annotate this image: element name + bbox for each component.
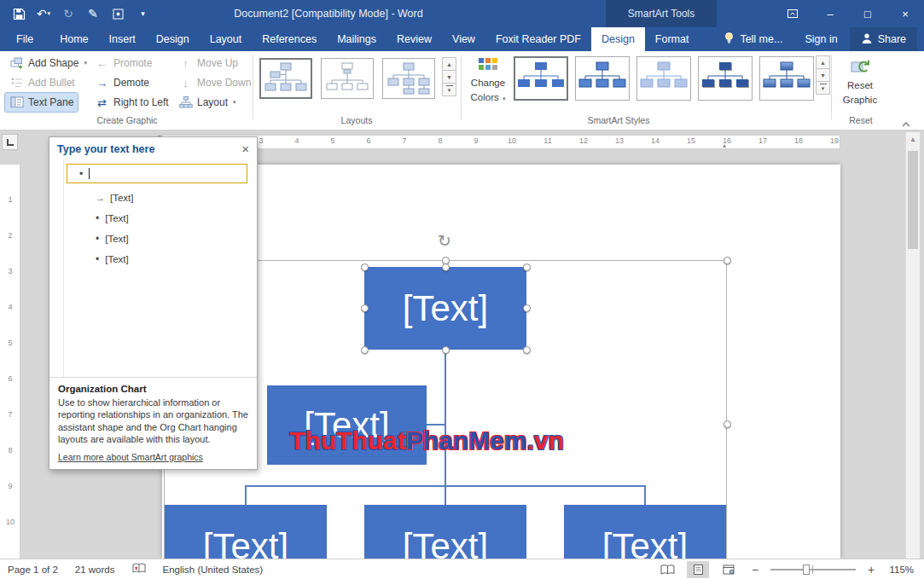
smartart-style-thumbnail-5[interactable]: [759, 56, 814, 101]
smartart-style-thumbnail-3[interactable]: [636, 56, 691, 101]
language-indicator[interactable]: English (United States): [163, 565, 264, 575]
close-icon[interactable]: ×: [241, 142, 249, 156]
scrollbar-thumb[interactable]: [908, 151, 918, 249]
add-shape-button[interactable]: Add Shape ▾: [5, 54, 91, 72]
minimize-icon[interactable]: –: [811, 0, 849, 27]
layout-label: Layout: [197, 96, 228, 108]
right-to-left-button[interactable]: ⇄ Right to Left: [90, 93, 173, 112]
shape-resize-handle[interactable]: [523, 304, 531, 312]
tell-me[interactable]: Tell me...: [713, 27, 793, 51]
text-pane-item[interactable]: • [Text]: [96, 251, 129, 268]
layout-button[interactable]: Layout ▾: [174, 93, 241, 112]
text-pane-button[interactable]: Text Pane: [5, 93, 78, 112]
smartart-style-thumbnail-2[interactable]: [575, 56, 630, 101]
vertical-scrollbar[interactable]: ▲: [905, 132, 920, 559]
shape-resize-handle[interactable]: [523, 263, 531, 271]
close-icon[interactable]: ×: [886, 0, 924, 27]
shape-resize-handle[interactable]: [442, 346, 450, 354]
text-pane-item-selected[interactable]: •: [67, 164, 247, 183]
tab-file[interactable]: File: [0, 27, 49, 51]
frame-resize-handle[interactable]: [724, 257, 731, 264]
shape-resize-handle[interactable]: [523, 346, 531, 354]
learn-more-link[interactable]: Learn more about SmartArt graphics: [58, 452, 203, 462]
shape-resize-handle[interactable]: [361, 263, 369, 271]
word-count[interactable]: 21 words: [75, 565, 115, 575]
rotation-handle-icon[interactable]: ↻: [438, 231, 451, 251]
demote-button[interactable]: → Demote: [90, 73, 154, 92]
smartart-shape-top[interactable]: [Text]: [364, 267, 526, 350]
web-layout-icon[interactable]: [718, 561, 740, 578]
vertical-ruler[interactable]: 1 2 3 4 5 6 7 8 9 10: [0, 165, 20, 559]
tab-layout[interactable]: Layout: [200, 27, 253, 51]
customize-qat-icon[interactable]: ▾: [134, 4, 151, 23]
tab-foxit-reader-pdf[interactable]: Foxit Reader PDF: [485, 27, 591, 51]
promote-button[interactable]: ← Promote: [90, 54, 156, 72]
print-layout-icon[interactable]: [687, 561, 709, 578]
layout-thumbnail-half-circle-org-chart[interactable]: [382, 58, 435, 99]
ruler-number: 11: [542, 136, 554, 145]
bullet-icon: •: [96, 212, 99, 224]
tab-references[interactable]: References: [252, 27, 327, 51]
shape-resize-handle[interactable]: [361, 304, 369, 312]
pen-icon[interactable]: ✎: [84, 4, 102, 23]
ribbon-display-options-icon[interactable]: [774, 0, 811, 27]
smartart-style-thumbnail-1[interactable]: [514, 56, 568, 101]
zoom-slider[interactable]: [770, 561, 856, 578]
tab-mailings[interactable]: Mailings: [327, 27, 386, 51]
smartart-shape-bottom-1[interactable]: [Text]: [165, 505, 327, 559]
tab-review[interactable]: Review: [386, 27, 442, 51]
tab-home[interactable]: Home: [49, 27, 98, 51]
gallery-more-icon[interactable]: ▾: [442, 83, 456, 96]
layout-thumbnail-org-chart[interactable]: [259, 58, 312, 99]
gallery-scroll-down-icon[interactable]: ▼: [442, 70, 456, 84]
redo-icon[interactable]: ↻: [60, 4, 77, 23]
smartart-shape-bottom-2[interactable]: [Text]: [364, 505, 526, 559]
move-up-button[interactable]: ↑ Move Up: [174, 54, 242, 72]
text-pane-item[interactable]: • [Text]: [96, 210, 129, 227]
tab-view[interactable]: View: [442, 27, 485, 51]
scroll-up-icon[interactable]: ▲: [906, 132, 920, 147]
right-indent-marker[interactable]: ▴: [723, 142, 726, 149]
tab-design[interactable]: Design: [146, 27, 200, 51]
proofing-status-icon[interactable]: [132, 563, 146, 576]
smartart-style-thumbnail-4[interactable]: [698, 56, 753, 101]
text-pane-item[interactable]: • [Text]: [96, 230, 129, 247]
touch-mode-icon[interactable]: [109, 4, 126, 23]
zoom-out-icon[interactable]: −: [748, 563, 762, 576]
frame-resize-handle[interactable]: [724, 420, 731, 428]
tab-insert[interactable]: Insert: [99, 27, 146, 51]
smartart-shape-bottom-3[interactable]: [Text]: [564, 505, 726, 559]
read-mode-icon[interactable]: [656, 561, 678, 578]
add-bullet-button[interactable]: Add Bullet: [5, 73, 79, 92]
share-button[interactable]: Share: [850, 27, 917, 51]
collapse-ribbon-icon[interactable]: [901, 116, 911, 131]
shape-resize-handle[interactable]: [361, 346, 369, 354]
right-to-left-icon: ⇄: [95, 96, 109, 109]
shape-resize-handle[interactable]: [442, 263, 450, 271]
save-icon[interactable]: [10, 4, 27, 23]
layout-icon: [178, 96, 193, 109]
gallery-scroll-up-icon[interactable]: ▲: [816, 55, 830, 69]
zoom-level[interactable]: 115%: [886, 565, 914, 575]
tab-stop-selector[interactable]: [2, 134, 18, 150]
zoom-slider-track: [770, 569, 856, 570]
tab-smartart-design[interactable]: Design: [591, 27, 645, 51]
reset-graphic-button[interactable]: Reset Graphic: [835, 55, 885, 116]
smartart-tools-header: SmartArt Tools: [606, 0, 717, 27]
maximize-icon[interactable]: □: [849, 0, 886, 27]
status-bar: Page 1 of 2 21 words English (United Sta…: [0, 559, 924, 579]
layout-thumbnail-name-title-org-chart[interactable]: [321, 58, 374, 99]
zoom-in-icon[interactable]: +: [864, 563, 878, 576]
undo-icon[interactable]: ↶▾: [35, 4, 52, 23]
move-down-button[interactable]: ↓ Move Down: [174, 73, 255, 92]
sign-in[interactable]: Sign in: [793, 33, 849, 45]
gallery-scroll-down-icon[interactable]: ▼: [816, 68, 830, 82]
gallery-more-icon[interactable]: ▾: [816, 81, 830, 95]
gallery-scroll-up-icon[interactable]: ▲: [442, 57, 456, 71]
lightbulb-icon: [724, 32, 735, 47]
change-colors-button[interactable]: Change Colors ▾: [463, 55, 513, 116]
text-pane-item-assistant[interactable]: → [Text]: [96, 189, 133, 206]
tab-smartart-format[interactable]: Format: [645, 27, 700, 51]
page-indicator[interactable]: Page 1 of 2: [8, 565, 58, 575]
zoom-slider-thumb[interactable]: [803, 565, 810, 575]
